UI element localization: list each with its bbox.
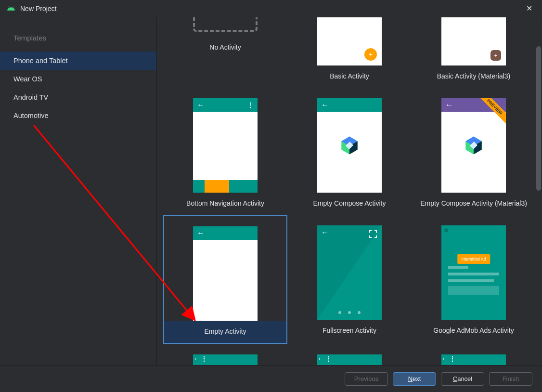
template-label: Fullscreen Activity [287, 320, 412, 342]
bottom-nav-icon [193, 180, 258, 193]
compose-hex-icon [463, 135, 484, 156]
admob-button-label: Interstitial Ad [457, 254, 490, 264]
scrollbar[interactable] [536, 46, 541, 191]
template-label: Empty Compose Activity (Material3) [412, 193, 536, 215]
no-activity-thumb [193, 17, 258, 32]
back-arrow-icon: ← [321, 228, 329, 237]
back-arrow-icon: ← [445, 101, 453, 109]
template-peek-2[interactable]: ←⋮ [287, 344, 412, 365]
fullscreen-thumb: ← [317, 225, 382, 320]
template-empty-compose[interactable]: ← Empty Compose Activity [287, 88, 412, 215]
sidebar-item-wear-os[interactable]: Wear OS [0, 70, 156, 88]
partial-thumb: ←⋮ [441, 354, 506, 365]
previous-button[interactable]: Previous [345, 372, 388, 386]
basic-activity-thumb: + [317, 17, 382, 65]
nav-dots-icon [338, 311, 361, 314]
template-basic-activity[interactable]: + Basic Activity [287, 17, 412, 88]
titlebar: New Project ✕ [0, 0, 542, 17]
menu-dots-icon: ⋮ [247, 101, 254, 109]
template-label: Basic Activity (Material3) [412, 65, 536, 88]
fab-icon: + [364, 48, 377, 61]
template-bottom-nav-activity[interactable]: ←⋮ Bottom Navigation Activity [163, 88, 287, 215]
close-button[interactable]: ✕ [523, 2, 535, 15]
window-title: New Project [20, 5, 56, 13]
template-peek-1[interactable]: ←⋮ [163, 344, 287, 365]
sidebar-header: Templates [0, 27, 156, 52]
cancel-button[interactable]: Cancel [441, 372, 484, 386]
menu-dots-icon: ⋮ [201, 355, 207, 363]
sidebar-item-android-tv[interactable]: Android TV [0, 88, 156, 106]
bottom-nav-thumb: ←⋮ [193, 98, 258, 193]
template-label: Empty Activity [164, 321, 286, 343]
partial-thumb: ←⋮ [317, 354, 382, 365]
template-label: No Activity [163, 37, 287, 59]
basic-activity-m3-thumb: + [441, 17, 506, 65]
empty-activity-thumb: ← [193, 226, 258, 321]
menu-dots-icon: ⋮ [325, 355, 332, 363]
back-arrow-icon: ← [321, 101, 329, 109]
template-label: Google AdMob Ads Activity [412, 320, 536, 342]
back-arrow-icon: ← [193, 354, 201, 363]
back-arrow-icon: ← [197, 101, 205, 109]
template-label: Basic Activity [287, 65, 412, 88]
partial-thumb: ←⋮ [193, 354, 258, 365]
back-arrow-icon: ← [441, 354, 449, 363]
template-empty-activity[interactable]: ← Empty Activity [163, 215, 287, 344]
fab-icon: + [490, 50, 501, 61]
back-arrow-icon: ← [197, 229, 205, 237]
android-icon [7, 4, 15, 13]
finish-button[interactable]: Finish [489, 372, 532, 386]
template-fullscreen-activity[interactable]: ← Fullscreen Activity [287, 215, 412, 344]
template-empty-compose-m3[interactable]: ← PREVIEW Empty Compose Activity (Materi… [412, 88, 536, 215]
template-label: Bottom Navigation Activity [163, 193, 287, 215]
menu-dots-icon: ⋮ [449, 355, 456, 363]
compose-hex-icon [339, 135, 360, 156]
footer: Previous Next Cancel Finish [0, 365, 542, 392]
template-label: Empty Compose Activity [287, 193, 412, 215]
template-peek-3[interactable]: ←⋮ [412, 344, 536, 365]
empty-compose-thumb: ← [317, 98, 382, 193]
next-button[interactable]: Next [393, 372, 436, 386]
template-basic-activity-m3[interactable]: + Basic Activity (Material3) [412, 17, 536, 88]
template-admob-activity[interactable]: Interstitial Ad Google AdMob Ads Activit… [412, 215, 536, 344]
expand-icon [369, 230, 377, 238]
sidebar-item-automotive[interactable]: Automotive [0, 106, 156, 125]
back-arrow-icon: ← [317, 354, 325, 363]
template-gallery: No Activity + Basic Activity + Basic Act… [157, 17, 542, 365]
admob-thumb: Interstitial Ad [441, 225, 506, 320]
sidebar: Templates Phone and Tablet Wear OS Andro… [0, 17, 157, 365]
template-no-activity[interactable]: No Activity [163, 17, 287, 88]
empty-compose-m3-thumb: ← PREVIEW [441, 98, 506, 193]
sidebar-item-phone-tablet[interactable]: Phone and Tablet [0, 52, 156, 70]
content: Templates Phone and Tablet Wear OS Andro… [0, 17, 542, 365]
